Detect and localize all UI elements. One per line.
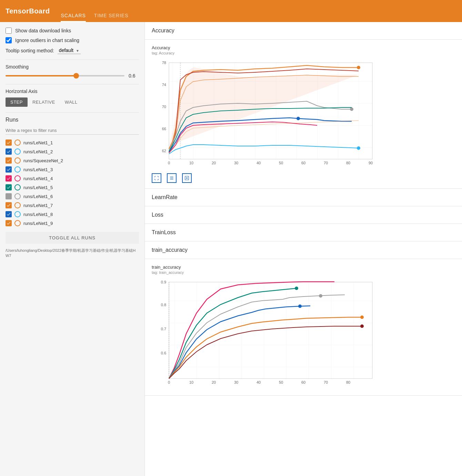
run-checkbox-1[interactable] [6, 139, 12, 146]
show-download-checkbox[interactable] [6, 28, 12, 34]
run-checkbox-8[interactable] [6, 202, 12, 208]
run-name-7: runs/LeNet1_6 [23, 194, 53, 199]
run-checkbox-4[interactable] [6, 166, 12, 173]
svg-point-46 [360, 324, 364, 328]
svg-text:60: 60 [301, 161, 305, 165]
train-accuracy-chart-title: train_accuracy [152, 265, 455, 270]
svg-point-43 [319, 294, 322, 298]
list-item[interactable]: runs/SqueezeNet_2 [6, 157, 139, 164]
svg-text:40: 40 [257, 380, 261, 384]
svg-text:0.8: 0.8 [161, 303, 166, 307]
svg-text:0.7: 0.7 [161, 327, 166, 331]
loss-section-label: Loss [152, 212, 163, 218]
header: TensorBoard SCALARS TIME SERIES [0, 0, 462, 22]
svg-text:0: 0 [168, 380, 170, 384]
run-name-6: runs/LeNet1_5 [23, 185, 53, 190]
svg-text:30: 30 [234, 380, 238, 384]
run-checkbox-3[interactable] [6, 157, 12, 164]
run-circle-5 [14, 175, 21, 182]
nav: SCALARS TIME SERIES [61, 0, 128, 22]
list-item[interactable]: runs/LeNet1_1 [6, 139, 139, 146]
svg-text:70: 70 [324, 380, 328, 384]
layout: Show data download links Ignore outliers… [0, 22, 462, 476]
nav-scalars[interactable]: SCALARS [61, 0, 86, 22]
svg-text:70: 70 [162, 105, 166, 109]
train-accuracy-chart-svg: 0.9 0.8 0.7 0.6 0 10 20 30 40 50 60 70 8… [152, 279, 379, 389]
run-checkbox-6[interactable] [6, 184, 12, 190]
svg-text:66: 66 [162, 127, 166, 131]
svg-point-42 [295, 287, 298, 290]
svg-point-19 [350, 107, 353, 111]
list-item[interactable]: runs/LeNet1_6 [6, 193, 139, 199]
list-item[interactable]: runs/LeNet1_7 [6, 202, 139, 208]
nav-timeseries[interactable]: TIME SERIES [94, 0, 129, 22]
run-circle-8 [14, 202, 21, 208]
list-item[interactable]: runs/LeNet1_8 [6, 211, 139, 217]
accuracy-section-label: Accuracy [152, 28, 174, 33]
logo: TensorBoard [6, 7, 50, 15]
train-accuracy-section-header[interactable]: train_accuracy [145, 241, 462, 259]
run-circle-1 [14, 139, 21, 146]
svg-text:0.9: 0.9 [161, 280, 166, 284]
accuracy-section-header[interactable]: Accuracy [145, 22, 462, 40]
svg-text:20: 20 [212, 380, 216, 384]
footer-path: /Users/luhongliang/Desktop/2022春季学期/机器学习… [6, 248, 139, 259]
ignore-outliers-label: Ignore outliers in chart scaling [15, 38, 79, 43]
axis-step-button[interactable]: STEP [6, 97, 28, 107]
list-item[interactable]: runs/LeNet1_2 [6, 148, 139, 155]
run-checkbox-2[interactable] [6, 148, 12, 155]
run-name-2: runs/LeNet1_2 [23, 149, 53, 154]
run-circle-10 [14, 220, 21, 226]
run-circle-9 [14, 211, 21, 217]
list-item[interactable]: runs/LeNet1_3 [6, 166, 139, 173]
accuracy-chart-container: Accuracy tag: Accuracy 78 74 70 66 62 0 [145, 40, 462, 189]
learnrate-section-header[interactable]: LearnRate [145, 189, 462, 206]
tooltip-label: Tooltip sorting method: [6, 48, 54, 53]
run-circle-3 [14, 157, 21, 164]
learnrate-section-label: LearnRate [152, 194, 178, 200]
chart-lines-button[interactable] [167, 173, 177, 183]
axis-relative-button[interactable]: RELATIVE [28, 97, 60, 107]
axis-buttons: STEP RELATIVE WALL [6, 97, 139, 107]
chart-scatter-button[interactable] [182, 173, 192, 183]
run-checkbox-7[interactable] [6, 193, 12, 199]
runs-filter-input[interactable] [6, 126, 139, 135]
list-item[interactable]: runs/LeNet1_9 [6, 220, 139, 226]
trainloss-section-label: TrainLoss [152, 229, 176, 235]
svg-text:70: 70 [324, 161, 328, 165]
train-accuracy-section-label: train_accuracy [152, 247, 188, 253]
svg-text:62: 62 [162, 149, 166, 153]
run-name-9: runs/LeNet1_8 [23, 212, 53, 217]
horizontal-axis-label: Horizontal Axis [6, 89, 139, 94]
divider-3 [6, 112, 139, 113]
svg-text:0.6: 0.6 [161, 351, 166, 355]
sidebar: Show data download links Ignore outliers… [0, 22, 145, 476]
svg-text:40: 40 [257, 161, 261, 165]
chart-expand-button[interactable] [152, 173, 161, 183]
run-circle-2 [14, 148, 21, 155]
toggle-all-runs-button[interactable]: TOGGLE ALL RUNS [6, 232, 139, 244]
run-checkbox-5[interactable] [6, 175, 12, 182]
run-circle-4 [14, 166, 21, 173]
loss-section-header[interactable]: Loss [145, 206, 462, 224]
accuracy-chart-title: Accuracy [152, 45, 455, 50]
run-checkbox-10[interactable] [6, 220, 12, 226]
svg-text:30: 30 [234, 161, 238, 165]
run-name-5: runs/LeNet1_4 [23, 176, 53, 181]
show-download-row: Show data download links [6, 28, 139, 34]
smoothing-slider[interactable] [6, 75, 124, 76]
axis-wall-button[interactable]: WALL [60, 97, 82, 107]
svg-text:50: 50 [279, 161, 283, 165]
list-item[interactable]: runs/LeNet1_5 [6, 184, 139, 190]
chart-action-icons [152, 173, 455, 183]
trainloss-section-header[interactable]: TrainLoss [145, 224, 462, 241]
list-item[interactable]: runs/LeNet1_4 [6, 175, 139, 182]
svg-text:60: 60 [301, 380, 305, 384]
svg-text:20: 20 [212, 161, 216, 165]
svg-point-18 [357, 66, 360, 69]
tooltip-select[interactable]: default [58, 47, 81, 54]
run-name-4: runs/LeNet1_3 [23, 167, 53, 172]
ignore-outliers-checkbox[interactable] [6, 37, 12, 43]
divider-2 [6, 84, 139, 84]
run-checkbox-9[interactable] [6, 211, 12, 217]
